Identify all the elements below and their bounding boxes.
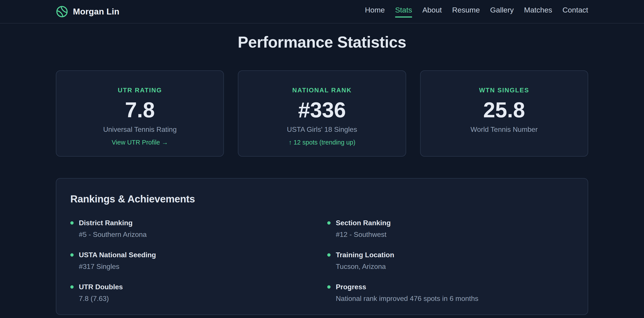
achievement-value: National rank improved 476 spots in 6 mo… (336, 294, 478, 303)
nav-item-matches[interactable]: Matches (524, 6, 552, 18)
panel-title: Rankings & Achievements (70, 193, 574, 205)
achievement-title: Training Location (336, 250, 394, 259)
trend-indicator: ↑ 12 spots (trending up) (238, 139, 406, 146)
nav-item-contact[interactable]: Contact (562, 6, 588, 18)
bullet-icon (327, 253, 330, 257)
bullet-icon (327, 221, 330, 225)
achievement-value: #12 - Southwest (336, 230, 391, 239)
achievement-usta-national-seeding: USTA National Seeding #317 Singles (70, 250, 317, 271)
achievements-right-column: Section Ranking #12 - Southwest Training… (327, 218, 574, 314)
achievement-value: 7.8 (7.63) (79, 294, 123, 303)
tennis-ball-icon (56, 6, 68, 18)
brand-home-link[interactable]: Morgan Lin (56, 6, 120, 18)
stat-card-description: Universal Tennis Rating (56, 125, 224, 133)
page-title: Performance Statistics (56, 33, 588, 51)
achievements-grid: District Ranking #5 - Southern Arizona U… (70, 218, 574, 314)
achievements-left-column: District Ranking #5 - Southern Arizona U… (70, 218, 317, 314)
nav-item-stats[interactable]: Stats (395, 6, 412, 18)
stat-card-description: USTA Girls' 18 Singles (238, 125, 406, 133)
stat-card-value: #336 (238, 99, 406, 121)
achievement-title: Section Ranking (336, 218, 391, 227)
stat-card-national-rank: NATIONAL RANK #336 USTA Girls' 18 Single… (238, 70, 406, 156)
achievement-title: Progress (336, 282, 478, 291)
stat-card-utr-rating: UTR RATING 7.8 Universal Tennis Rating V… (56, 70, 224, 156)
nav-item-home[interactable]: Home (365, 6, 385, 18)
stat-card-description: World Tennis Number (420, 125, 588, 133)
achievement-value: #317 Singles (79, 262, 156, 271)
nav-item-resume[interactable]: Resume (452, 6, 480, 18)
brand-name: Morgan Lin (73, 7, 120, 17)
bullet-icon (327, 285, 330, 289)
stat-card-label: UTR RATING (56, 87, 224, 94)
rankings-achievements-panel: Rankings & Achievements District Ranking… (56, 178, 588, 315)
achievement-value: Tucson, Arizona (336, 262, 394, 271)
achievement-value: #5 - Southern Arizona (79, 230, 147, 239)
stat-card-value: 7.8 (56, 99, 224, 121)
stat-card-value: 25.8 (420, 99, 588, 121)
bullet-icon (70, 285, 74, 289)
stat-cards-row: UTR RATING 7.8 Universal Tennis Rating V… (56, 70, 588, 156)
main-nav: Home Stats About Resume Gallery Matches … (365, 6, 588, 18)
bullet-icon (70, 221, 74, 225)
achievement-title: UTR Doubles (79, 282, 123, 291)
top-nav-bar: Morgan Lin Home Stats About Resume Galle… (0, 0, 644, 24)
achievement-utr-doubles: UTR Doubles 7.8 (7.63) (70, 282, 317, 303)
stats-page: Performance Statistics UTR RATING 7.8 Un… (56, 33, 588, 315)
achievement-progress: Progress National rank improved 476 spot… (327, 282, 574, 303)
nav-item-about[interactable]: About (422, 6, 442, 18)
stat-card-wtn-singles: WTN SINGLES 25.8 World Tennis Number (420, 70, 588, 156)
bullet-icon (70, 253, 74, 257)
achievement-training-location: Training Location Tucson, Arizona (327, 250, 574, 271)
nav-item-gallery[interactable]: Gallery (490, 6, 514, 18)
achievement-title: District Ranking (79, 218, 147, 227)
view-utr-profile-link[interactable]: View UTR Profile → (112, 139, 168, 146)
stat-card-label: WTN SINGLES (420, 87, 588, 94)
stat-card-label: NATIONAL RANK (238, 87, 406, 94)
achievement-district-ranking: District Ranking #5 - Southern Arizona (70, 218, 317, 239)
achievement-title: USTA National Seeding (79, 250, 156, 259)
achievement-section-ranking: Section Ranking #12 - Southwest (327, 218, 574, 239)
